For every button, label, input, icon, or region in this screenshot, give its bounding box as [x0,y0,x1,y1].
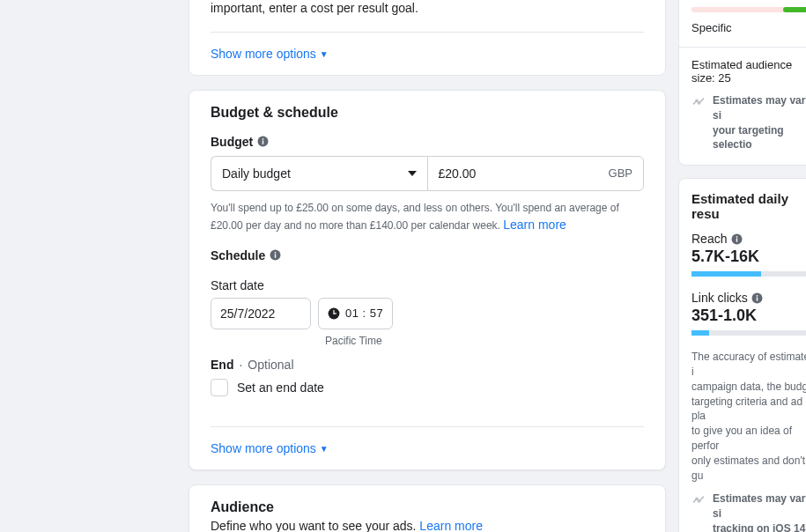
clock-icon [328,307,340,320]
budget-currency: GBP [609,166,632,180]
cost-goal-card-remnant: important, enter a cost per result goal.… [189,0,666,76]
audience-gauge [691,7,806,12]
vary-line-2: tracking on iOS 14.5 o [713,521,806,532]
budget-type-select[interactable]: Daily budget [211,156,427,191]
start-time-value: 01 : 57 [345,307,383,320]
budget-type-value: Daily budget [222,166,291,181]
show-more-label: Show more options [211,47,316,61]
clicks-bar-fill [691,330,709,336]
svg-point-9 [696,100,698,101]
cost-goal-text: important, enter a cost per result goal. [211,0,644,18]
trend-icon [691,492,706,506]
budget-amount-input[interactable]: £20.00 GBP [427,156,645,191]
audience-subtitle: Define who you want to see your ads. Lea… [211,519,644,532]
divider [211,32,644,33]
svg-point-16 [757,295,758,297]
info-icon[interactable] [751,292,764,304]
gauge-specific-label: Specific [691,21,806,34]
info-icon[interactable] [269,249,281,262]
svg-point-2 [262,138,263,140]
chevron-down-icon [408,171,417,176]
learn-more-link[interactable]: Learn more [503,218,566,232]
link-clicks-label: Link clicks [691,291,748,305]
reach-bar-fill [691,271,761,277]
schedule-label: Schedule [211,248,265,262]
svg-point-5 [274,252,276,254]
accuracy-line-2: campaign data, the budget [691,380,806,395]
show-more-options-link[interactable]: Show more options ▼ [211,441,329,455]
show-more-label: Show more options [211,441,316,455]
svg-rect-12 [736,238,737,241]
svg-point-10 [699,102,700,104]
reach-value: 5.7K-16K [691,248,806,266]
accuracy-line-5: only estimates and don't gu [691,454,806,484]
divider [679,47,806,48]
audience-card: Audience Define who you want to see your… [189,484,666,532]
budget-schedule-title: Budget & schedule [211,105,644,121]
optional-label: Optional [248,358,293,372]
divider [211,426,644,427]
accuracy-line-1: The accuracy of estimates i [691,350,806,380]
accuracy-line-4: to give you an idea of perfor [691,424,806,454]
estimated-daily-heading: Estimated daily resu [691,191,806,221]
vary-note-2: your targeting selectio [713,123,806,153]
budget-amount-value: £20.00 [439,166,477,181]
estimated-audience-size: Estimated audience size: 25 [691,58,806,85]
reach-bar [691,271,806,277]
budget-schedule-card: Budget & schedule Budget Daily budget £2… [189,90,666,470]
audience-title: Audience [211,499,644,515]
trend-icon [691,94,706,108]
start-time-input[interactable]: 01 : 57 [318,298,393,329]
svg-rect-15 [757,297,758,300]
budget-hint: You'll spend up to £25.00 on some days, … [211,200,644,234]
svg-point-13 [736,236,738,238]
reach-label: Reach [691,232,727,246]
caret-down-icon: ▼ [320,49,329,59]
schedule-label-row: Schedule [211,248,644,262]
info-icon[interactable] [256,136,269,148]
set-end-date-label: Set an end date [237,381,324,395]
svg-point-18 [699,500,700,502]
svg-rect-4 [275,255,276,258]
accuracy-line-3: targeting criteria and ad pla [691,395,806,425]
dot-separator: · [239,358,242,372]
svg-rect-1 [263,141,263,144]
audience-definition-card: Specific Estimated audience size: 25 Est… [678,0,806,166]
info-icon[interactable] [730,233,743,245]
vary-note-1: Estimates may vary si [713,93,806,123]
start-date-input[interactable]: 25/7/2022 [211,298,311,329]
link-clicks-value: 351-1.0K [691,307,806,325]
end-label: End [211,358,233,372]
caret-down-icon: ▼ [320,444,329,454]
svg-rect-8 [333,313,336,314]
set-end-date-checkbox[interactable] [211,379,228,396]
vary-line-1: Estimates may vary si [713,491,806,521]
budget-label-row: Budget [211,135,644,149]
estimated-daily-results-card: Estimated daily resu Reach 5.7K-16K Link… [678,178,806,532]
clicks-bar [691,330,806,336]
budget-label: Budget [211,135,253,149]
timezone-label: Pacific Time [325,335,644,347]
start-date-value: 25/7/2022 [220,307,275,321]
audience-subtitle-text: Define who you want to see your ads. [211,519,419,532]
learn-more-link[interactable]: Learn more [419,519,483,532]
svg-point-17 [696,499,698,500]
gauge-fill [783,7,806,12]
start-date-label: Start date [211,278,644,292]
show-more-options-link[interactable]: Show more options ▼ [211,47,329,61]
